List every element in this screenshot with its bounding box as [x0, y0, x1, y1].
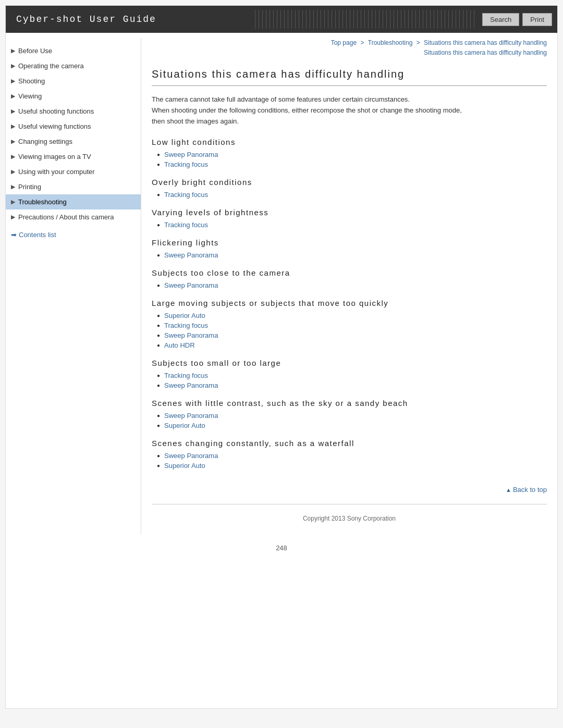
- section-list-8: Sweep PanoramaSuperior Auto: [157, 452, 547, 470]
- arrow-icon: ▶: [11, 47, 15, 54]
- section-list-5: Superior AutoTracking focusSweep Panoram…: [157, 312, 547, 349]
- sidebar-item-before-use[interactable]: ▶ Before Use: [6, 43, 141, 58]
- link-5-3[interactable]: Auto HDR: [164, 341, 195, 349]
- sidebar-item-label: Before Use: [18, 47, 52, 55]
- list-item: Superior Auto: [157, 312, 547, 319]
- intro-line3: then shoot the images again.: [152, 116, 547, 127]
- sidebar-footer: ➡ Contents list: [6, 225, 141, 239]
- sidebar-item-precautions[interactable]: ▶ Precautions / About this camera: [6, 209, 141, 225]
- list-item: Sweep Panorama: [157, 251, 547, 259]
- intro-line2: When shooting under the following condit…: [152, 105, 547, 116]
- arrow-icon: ▶: [11, 93, 15, 100]
- search-button[interactable]: Search: [482, 13, 519, 26]
- header-decoration: [252, 10, 477, 29]
- list-item: Sweep Panorama: [157, 281, 547, 289]
- arrow-icon: ▶: [11, 123, 15, 130]
- list-item: Tracking focus: [157, 161, 547, 168]
- section-heading-0: Low light conditions: [152, 138, 547, 146]
- list-item: Tracking focus: [157, 322, 547, 329]
- breadcrumb-situations[interactable]: Situations this camera has difficulty ha…: [424, 39, 547, 46]
- sidebar-item-operating[interactable]: ▶ Operating the camera: [6, 58, 141, 73]
- link-8-1[interactable]: Superior Auto: [164, 462, 205, 470]
- link-3-0[interactable]: Sweep Panorama: [164, 251, 218, 259]
- section-list-1: Tracking focus: [157, 191, 547, 199]
- section-heading-3: Flickering lights: [152, 238, 547, 247]
- page-number: 248: [6, 540, 557, 562]
- intro-line1: The camera cannot take full advantage of…: [152, 94, 547, 105]
- sidebar-item-computer[interactable]: ▶ Using with your computer: [6, 164, 141, 179]
- sidebar-item-useful-viewing[interactable]: ▶ Useful viewing functions: [6, 119, 141, 134]
- list-item: Sweep Panorama: [157, 381, 547, 389]
- sidebar-item-shooting[interactable]: ▶ Shooting: [6, 73, 141, 89]
- page-title: Situations this camera has difficulty ha…: [152, 68, 547, 86]
- sidebar-item-tv[interactable]: ▶ Viewing images on a TV: [6, 149, 141, 164]
- sidebar-item-label: Printing: [18, 183, 41, 191]
- sidebar: ▶ Before Use ▶ Operating the camera ▶ Sh…: [6, 38, 141, 535]
- link-5-2[interactable]: Sweep Panorama: [164, 331, 218, 339]
- link-5-0[interactable]: Superior Auto: [164, 312, 205, 319]
- link-5-1[interactable]: Tracking focus: [164, 322, 208, 329]
- sections-container: Low light conditionsSweep PanoramaTracki…: [152, 138, 547, 470]
- sidebar-item-label: Changing settings: [18, 138, 72, 145]
- sidebar-item-viewing[interactable]: ▶ Viewing: [6, 89, 141, 104]
- section-heading-5: Large moving subjects or subjects that m…: [152, 299, 547, 307]
- sidebar-item-label: Viewing images on a TV: [18, 153, 91, 161]
- list-item: Tracking focus: [157, 372, 547, 379]
- list-item: Tracking focus: [157, 191, 547, 199]
- header: Cyber-shot User Guide Search Print: [6, 6, 557, 33]
- link-1-0[interactable]: Tracking focus: [164, 191, 208, 199]
- section-list-3: Sweep Panorama: [157, 251, 547, 259]
- triangle-icon: ▲: [506, 487, 511, 493]
- contents-list-link[interactable]: Contents list: [19, 231, 56, 239]
- link-0-1[interactable]: Tracking focus: [164, 161, 208, 168]
- inner-page: Cyber-shot User Guide Search Print ▶ Bef…: [5, 5, 558, 709]
- back-to-top-label: Back to top: [513, 486, 547, 493]
- section-heading-2: Varying levels of brightness: [152, 208, 547, 217]
- arrow-icon: ▶: [11, 199, 15, 205]
- contents-arrow-icon: ➡: [11, 231, 17, 239]
- section-heading-6: Subjects too small or too large: [152, 359, 547, 367]
- arrow-icon: ▶: [11, 183, 15, 190]
- list-item: Sweep Panorama: [157, 331, 547, 339]
- sidebar-item-troubleshooting[interactable]: ▶ Troubleshooting: [6, 194, 141, 209]
- print-button[interactable]: Print: [522, 13, 552, 26]
- sidebar-item-changing-settings[interactable]: ▶ Changing settings: [6, 134, 141, 149]
- link-6-0[interactable]: Tracking focus: [164, 372, 208, 379]
- section-list-7: Sweep PanoramaSuperior Auto: [157, 412, 547, 429]
- link-2-0[interactable]: Tracking focus: [164, 221, 208, 229]
- list-item: Sweep Panorama: [157, 452, 547, 460]
- sidebar-item-label: Shooting: [18, 77, 45, 85]
- section-list-4: Sweep Panorama: [157, 281, 547, 289]
- sidebar-item-useful-shooting[interactable]: ▶ Useful shooting functions: [6, 104, 141, 119]
- arrow-icon: ▶: [11, 108, 15, 115]
- sidebar-item-label: Using with your computer: [18, 168, 95, 176]
- link-7-0[interactable]: Sweep Panorama: [164, 412, 218, 419]
- breadcrumb-top[interactable]: Top page: [331, 39, 357, 46]
- list-item: Sweep Panorama: [157, 151, 547, 158]
- link-8-0[interactable]: Sweep Panorama: [164, 452, 218, 460]
- back-to-top-link[interactable]: ▲Back to top: [506, 486, 547, 493]
- arrow-icon: ▶: [11, 214, 15, 220]
- arrow-icon: ▶: [11, 63, 15, 69]
- copyright: Copyright 2013 Sony Corporation: [152, 510, 547, 524]
- app-title: Cyber-shot User Guide: [6, 6, 252, 33]
- link-6-1[interactable]: Sweep Panorama: [164, 381, 218, 389]
- section-heading-7: Scenes with little contrast, such as the…: [152, 399, 547, 408]
- breadcrumb-current[interactable]: Situations this camera has difficulty ha…: [424, 49, 547, 56]
- arrow-icon: ▶: [11, 153, 15, 160]
- sidebar-item-label: Useful viewing functions: [18, 122, 91, 130]
- sidebar-item-label: Precautions / About this camera: [18, 213, 114, 221]
- section-list-2: Tracking focus: [157, 221, 547, 229]
- section-list-6: Tracking focusSweep Panorama: [157, 372, 547, 389]
- link-7-1[interactable]: Superior Auto: [164, 422, 205, 429]
- breadcrumb-troubleshooting[interactable]: Troubleshooting: [368, 39, 413, 46]
- arrow-icon: ▶: [11, 78, 15, 84]
- sidebar-item-printing[interactable]: ▶ Printing: [6, 179, 141, 194]
- page-outer: Cyber-shot User Guide Search Print ▶ Bef…: [0, 0, 563, 728]
- list-item: Superior Auto: [157, 422, 547, 429]
- arrow-icon: ▶: [11, 168, 15, 175]
- link-0-0[interactable]: Sweep Panorama: [164, 151, 218, 158]
- back-to-top: ▲Back to top: [152, 480, 547, 499]
- list-item: Superior Auto: [157, 462, 547, 470]
- link-4-0[interactable]: Sweep Panorama: [164, 281, 218, 289]
